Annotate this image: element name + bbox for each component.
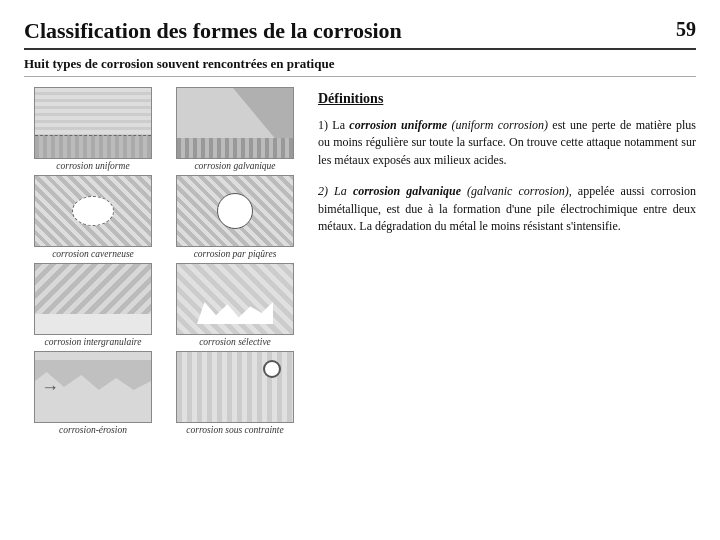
page: Classification des formes de la corrosio…	[0, 0, 720, 540]
header: Classification des formes de la corrosio…	[24, 18, 696, 50]
list-item: corrosion sous contrainte	[166, 351, 304, 435]
corrosion-caverneuse-image	[34, 175, 152, 247]
text-column: Définitions 1) La corrosion uniforme (un…	[318, 87, 696, 435]
corrosion-selective-label: corrosion sélective	[199, 337, 271, 347]
corrosion-intergranulaire-image	[34, 263, 152, 335]
corrosion-contrainte-label: corrosion sous contrainte	[186, 425, 283, 435]
list-item: corrosion caverneuse	[24, 175, 162, 259]
page-title: Classification des formes de la corrosio…	[24, 18, 402, 44]
def1-intro: 1) La	[318, 118, 349, 132]
def2-intro: 2) La corrosion galvanique (galvanic cor…	[318, 184, 572, 198]
subtitle: Huit types de corrosion souvent rencontr…	[24, 56, 696, 77]
def1-term: corrosion uniforme	[349, 118, 447, 132]
corrosion-galvanique-image	[176, 87, 294, 159]
definition-2: 2) La corrosion galvanique (galvanic cor…	[318, 183, 696, 235]
list-item: corrosion sélective	[166, 263, 304, 347]
list-item: corrosion galvanique	[166, 87, 304, 171]
content-area: corrosion uniforme corrosion galvanique …	[24, 87, 696, 435]
definitions-title: Définitions	[318, 91, 696, 107]
corrosion-piqures-label: corrosion par piqûres	[194, 249, 277, 259]
def1-en: (uniform corrosion)	[447, 118, 548, 132]
page-number: 59	[676, 18, 696, 41]
list-item: corrosion-érosion	[24, 351, 162, 435]
list-item: corrosion par piqûres	[166, 175, 304, 259]
corrosion-piqures-image	[176, 175, 294, 247]
corrosion-intergranulaire-label: corrosion intergranulaire	[45, 337, 142, 347]
list-item: corrosion uniforme	[24, 87, 162, 171]
corrosion-caverneuse-label: corrosion caverneuse	[52, 249, 134, 259]
corrosion-uniforme-label: corrosion uniforme	[56, 161, 129, 171]
corrosion-contrainte-image	[176, 351, 294, 423]
corrosion-selective-image	[176, 263, 294, 335]
corrosion-galvanique-label: corrosion galvanique	[194, 161, 275, 171]
list-item: corrosion intergranulaire	[24, 263, 162, 347]
definition-1: 1) La corrosion uniforme (uniform corros…	[318, 117, 696, 169]
corrosion-erosion-image	[34, 351, 152, 423]
images-column: corrosion uniforme corrosion galvanique …	[24, 87, 304, 435]
corrosion-erosion-label: corrosion-érosion	[59, 425, 127, 435]
corrosion-uniforme-image	[34, 87, 152, 159]
images-grid: corrosion uniforme corrosion galvanique …	[24, 87, 304, 435]
